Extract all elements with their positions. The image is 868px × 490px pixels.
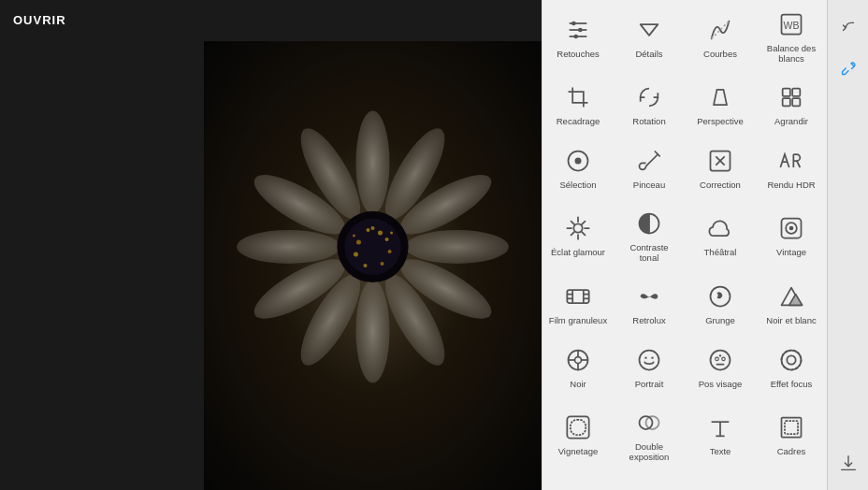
tool-item-cadres[interactable]: Cadres: [756, 398, 827, 470]
tool-label-courbes: Courbes: [703, 49, 737, 59]
tool-label-rotation: Rotation: [632, 116, 665, 126]
tool-item-rotation[interactable]: Rotation: [614, 72, 685, 136]
expand-icon: [776, 82, 806, 112]
focus-circle-icon: [776, 345, 806, 375]
tool-label-contraste-tonal: Contraste tonal: [619, 242, 679, 264]
download-icon-btn[interactable]: [832, 447, 865, 481]
pencil-icon-btn[interactable]: [832, 52, 865, 86]
svg-point-72: [644, 356, 646, 358]
tool-item-vignetage[interactable]: Vignetage: [542, 398, 614, 470]
ouvrir-label[interactable]: OUVRIR: [13, 13, 66, 27]
tool-item-retrolux[interactable]: Retrolux: [614, 271, 685, 335]
svg-point-74: [711, 350, 731, 369]
svg-rect-26: [204, 41, 542, 490]
svg-rect-41: [792, 98, 800, 106]
tool-label-grunge: Grunge: [705, 315, 735, 325]
circle-dot-icon: [563, 146, 593, 176]
tool-item-theatrical[interactable]: Théâtral: [685, 199, 756, 271]
tool-label-portrait: Portrait: [635, 379, 664, 389]
tool-label-rendu-hdr: Rendu HDR: [767, 180, 815, 190]
svg-point-31: [578, 27, 583, 32]
svg-rect-55: [567, 290, 588, 303]
undo-icon-btn[interactable]: [832, 9, 865, 43]
tool-item-courbes[interactable]: Courbes: [685, 0, 756, 72]
svg-rect-38: [783, 89, 790, 96]
tool-item-film-granuleux[interactable]: Film granuleux: [542, 271, 614, 335]
tool-item-pos-visage[interactable]: Pos visage: [685, 335, 756, 398]
svg-rect-82: [571, 420, 586, 435]
tool-item-selection[interactable]: Sélection: [542, 136, 614, 199]
tool-item-noir[interactable]: Noir: [542, 335, 614, 398]
tool-item-agrandir[interactable]: Agrandir: [756, 72, 827, 136]
tool-label-double-exposition: Double exposition: [619, 441, 679, 463]
tool-item-vintage[interactable]: Vintage: [756, 199, 827, 271]
tool-label-retrolux: Retrolux: [632, 315, 665, 325]
tool-item-texte[interactable]: Texte: [685, 398, 756, 470]
sparkle-icon: [563, 213, 593, 243]
tool-label-vintage: Vintage: [776, 247, 806, 257]
tool-label-pinceau: Pinceau: [633, 180, 665, 190]
tool-item-recadrage[interactable]: Recadrage: [542, 72, 614, 136]
svg-marker-64: [789, 295, 803, 306]
svg-rect-40: [792, 89, 800, 96]
tools-panel: RetouchesDétailsCourbesWBBalance des bla…: [542, 0, 827, 490]
crop-icon: [563, 82, 593, 112]
tool-item-eclat-glamour[interactable]: Éclat glamour: [542, 199, 614, 271]
tool-label-texte: Texte: [710, 446, 731, 456]
triangle-down-icon: [634, 15, 664, 45]
svg-text:WB: WB: [784, 20, 800, 31]
svg-line-44: [646, 154, 658, 166]
tool-item-noir-et-blanc[interactable]: Noir et blanc: [756, 271, 827, 335]
tool-label-recadrage: Recadrage: [557, 116, 600, 126]
svg-point-32: [573, 34, 578, 38]
tool-item-perspective[interactable]: Perspective: [685, 72, 756, 136]
svg-point-54: [789, 226, 794, 231]
tool-label-vignetage: Vignetage: [558, 446, 599, 456]
svg-point-43: [575, 158, 582, 165]
tool-item-pinceau[interactable]: Pinceau: [614, 136, 685, 199]
circle-smile-icon: [634, 345, 664, 375]
svg-point-66: [575, 356, 582, 363]
tool-item-double-exposition[interactable]: Double exposition: [614, 398, 685, 470]
svg-rect-89: [785, 421, 798, 434]
tool-item-details[interactable]: Détails: [614, 0, 685, 72]
side-icons-panel: [827, 0, 868, 490]
tool-label-film-granuleux: Film granuleux: [549, 315, 607, 325]
vignette-icon: [563, 412, 593, 442]
tool-label-selection: Sélection: [559, 180, 596, 190]
tools-grid: RetouchesDétailsCourbesWBBalance des bla…: [542, 0, 827, 469]
tool-label-perspective: Perspective: [697, 116, 744, 126]
mountain-icon: [776, 281, 806, 311]
text-icon: [705, 412, 735, 442]
svg-point-77: [719, 354, 721, 356]
svg-point-50: [573, 224, 582, 233]
tool-label-cadres: Cadres: [777, 446, 806, 456]
tool-label-noir: Noir: [570, 379, 586, 389]
tool-item-contraste-tonal[interactable]: Contraste tonal: [614, 199, 685, 271]
svg-point-73: [651, 356, 653, 358]
svg-point-71: [640, 350, 659, 369]
tool-item-correction[interactable]: Correction: [685, 136, 756, 199]
svg-rect-39: [783, 98, 790, 106]
tool-label-effet-focus: Effet focus: [771, 379, 813, 389]
tool-label-details: Détails: [635, 49, 662, 59]
sliders-icon: [563, 15, 593, 45]
tool-item-balance-blancs[interactable]: WBBalance des blancs: [756, 0, 827, 72]
face-dots-icon: [705, 345, 735, 375]
tool-label-agrandir: Agrandir: [774, 116, 808, 126]
tool-label-pos-visage: Pos visage: [699, 379, 742, 389]
tool-label-theatrical: Théâtral: [704, 247, 737, 257]
tool-item-effet-focus[interactable]: Effet focus: [756, 335, 827, 398]
circle-half-icon: [634, 209, 664, 238]
tool-item-grunge[interactable]: Grunge: [685, 271, 756, 335]
tool-label-eclat-glamour: Éclat glamour: [551, 247, 605, 257]
frames-icon: [776, 412, 806, 442]
correction-icon: [705, 146, 735, 176]
tool-label-noir-et-blanc: Noir et blanc: [766, 315, 816, 325]
grunge-icon: [705, 281, 735, 311]
tool-label-retouches: Retouches: [557, 49, 599, 59]
tool-item-rendu-hdr[interactable]: Rendu HDR: [756, 136, 827, 199]
rotation-icon: [634, 82, 664, 112]
tool-item-retouches[interactable]: Retouches: [542, 0, 614, 72]
tool-item-portrait[interactable]: Portrait: [614, 335, 685, 398]
